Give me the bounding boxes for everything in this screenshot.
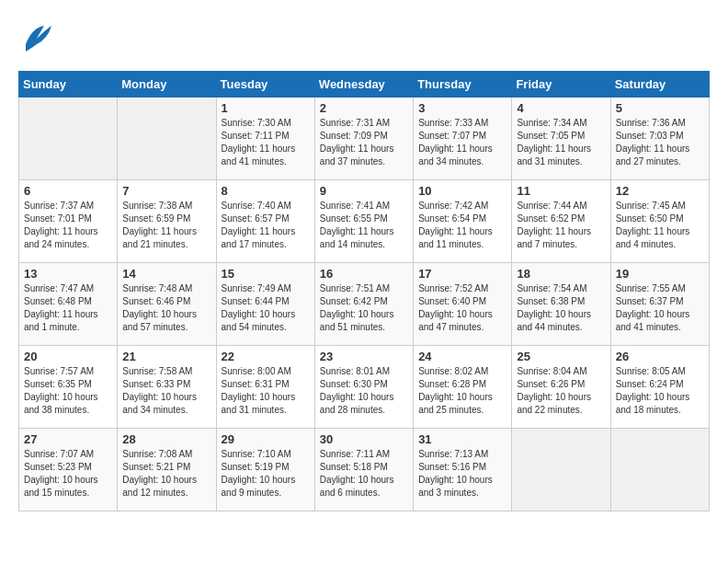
calendar-cell	[19, 98, 118, 180]
calendar-cell: 29Sunrise: 7:10 AM Sunset: 5:19 PM Dayli…	[216, 429, 314, 511]
day-info: Sunrise: 7:31 AM Sunset: 7:09 PM Dayligh…	[320, 117, 408, 168]
calendar-cell: 28Sunrise: 7:08 AM Sunset: 5:21 PM Dayli…	[118, 429, 216, 511]
day-info: Sunrise: 7:48 AM Sunset: 6:46 PM Dayligh…	[122, 282, 210, 334]
weekday-header-thursday: Thursday	[414, 72, 512, 98]
calendar-cell: 6Sunrise: 7:37 AM Sunset: 7:01 PM Daylig…	[19, 180, 118, 263]
day-info: Sunrise: 8:05 AM Sunset: 6:24 PM Dayligh…	[616, 365, 704, 417]
day-info: Sunrise: 7:13 AM Sunset: 5:16 PM Dayligh…	[418, 448, 506, 500]
day-info: Sunrise: 7:57 AM Sunset: 6:35 PM Dayligh…	[24, 365, 112, 417]
weekday-header-tuesday: Tuesday	[216, 72, 314, 98]
day-info: Sunrise: 7:41 AM Sunset: 6:55 PM Dayligh…	[320, 200, 408, 251]
calendar-cell: 14Sunrise: 7:48 AM Sunset: 6:46 PM Dayli…	[118, 263, 216, 346]
weekday-header-saturday: Saturday	[610, 72, 709, 98]
day-number: 30	[320, 432, 408, 446]
day-info: Sunrise: 7:45 AM Sunset: 6:50 PM Dayligh…	[616, 200, 704, 251]
calendar-cell: 10Sunrise: 7:42 AM Sunset: 6:54 PM Dayli…	[414, 180, 512, 263]
day-info: Sunrise: 7:49 AM Sunset: 6:44 PM Dayligh…	[222, 282, 310, 334]
day-number: 7	[122, 184, 210, 198]
day-number: 25	[517, 350, 605, 363]
calendar-cell: 5Sunrise: 7:36 AM Sunset: 7:03 PM Daylig…	[610, 98, 709, 180]
weekday-header-sunday: Sunday	[19, 72, 118, 98]
day-info: Sunrise: 7:08 AM Sunset: 5:21 PM Dayligh…	[122, 448, 210, 500]
day-info: Sunrise: 7:11 AM Sunset: 5:18 PM Dayligh…	[320, 448, 408, 500]
calendar-cell: 15Sunrise: 7:49 AM Sunset: 6:44 PM Dayli…	[216, 263, 314, 346]
day-number: 26	[616, 350, 704, 363]
day-number: 15	[222, 267, 310, 281]
weekday-header-monday: Monday	[118, 72, 216, 98]
day-info: Sunrise: 7:42 AM Sunset: 6:54 PM Dayligh…	[418, 200, 506, 251]
day-info: Sunrise: 7:38 AM Sunset: 6:59 PM Dayligh…	[122, 200, 210, 251]
day-info: Sunrise: 7:52 AM Sunset: 6:40 PM Dayligh…	[418, 282, 506, 334]
day-number: 22	[222, 350, 310, 363]
day-info: Sunrise: 7:34 AM Sunset: 7:05 PM Dayligh…	[517, 117, 605, 168]
day-info: Sunrise: 7:36 AM Sunset: 7:03 PM Dayligh…	[616, 117, 704, 168]
day-number: 12	[616, 184, 704, 198]
day-number: 8	[222, 184, 310, 198]
day-info: Sunrise: 8:02 AM Sunset: 6:28 PM Dayligh…	[418, 365, 506, 417]
logo	[18, 18, 61, 62]
page-header	[18, 18, 710, 62]
calendar-cell: 20Sunrise: 7:57 AM Sunset: 6:35 PM Dayli…	[19, 346, 118, 429]
day-number: 14	[122, 267, 210, 281]
calendar-cell: 27Sunrise: 7:07 AM Sunset: 5:23 PM Dayli…	[19, 429, 118, 511]
day-number: 17	[418, 267, 506, 281]
calendar-cell: 13Sunrise: 7:47 AM Sunset: 6:48 PM Dayli…	[19, 263, 118, 346]
day-number: 3	[418, 101, 506, 115]
day-info: Sunrise: 7:40 AM Sunset: 6:57 PM Dayligh…	[222, 200, 310, 251]
day-number: 19	[616, 267, 704, 281]
calendar-cell: 19Sunrise: 7:55 AM Sunset: 6:37 PM Dayli…	[610, 263, 709, 346]
calendar-cell: 23Sunrise: 8:01 AM Sunset: 6:30 PM Dayli…	[314, 346, 413, 429]
calendar-cell: 31Sunrise: 7:13 AM Sunset: 5:16 PM Dayli…	[414, 429, 512, 511]
calendar-cell: 18Sunrise: 7:54 AM Sunset: 6:38 PM Dayli…	[512, 263, 610, 346]
day-info: Sunrise: 7:51 AM Sunset: 6:42 PM Dayligh…	[320, 282, 408, 334]
calendar-cell: 3Sunrise: 7:33 AM Sunset: 7:07 PM Daylig…	[414, 98, 512, 180]
calendar-cell: 25Sunrise: 8:04 AM Sunset: 6:26 PM Dayli…	[512, 346, 610, 429]
day-info: Sunrise: 7:33 AM Sunset: 7:07 PM Dayligh…	[418, 117, 506, 168]
calendar-cell: 21Sunrise: 7:58 AM Sunset: 6:33 PM Dayli…	[118, 346, 216, 429]
day-number: 2	[320, 101, 408, 115]
calendar-cell: 7Sunrise: 7:38 AM Sunset: 6:59 PM Daylig…	[118, 180, 216, 263]
calendar-cell	[512, 429, 610, 511]
calendar-table: SundayMondayTuesdayWednesdayThursdayFrid…	[18, 71, 710, 511]
calendar-cell: 1Sunrise: 7:30 AM Sunset: 7:11 PM Daylig…	[216, 98, 314, 180]
calendar-cell: 26Sunrise: 8:05 AM Sunset: 6:24 PM Dayli…	[610, 346, 709, 429]
weekday-header-friday: Friday	[512, 72, 610, 98]
calendar-cell	[610, 429, 709, 511]
weekday-header-wednesday: Wednesday	[314, 72, 413, 98]
calendar-cell: 4Sunrise: 7:34 AM Sunset: 7:05 PM Daylig…	[512, 98, 610, 180]
day-number: 5	[616, 101, 704, 115]
calendar-cell: 30Sunrise: 7:11 AM Sunset: 5:18 PM Dayli…	[314, 429, 413, 511]
calendar-cell: 16Sunrise: 7:51 AM Sunset: 6:42 PM Dayli…	[314, 263, 413, 346]
day-number: 31	[418, 432, 506, 446]
day-number: 1	[222, 101, 310, 115]
calendar-cell: 9Sunrise: 7:41 AM Sunset: 6:55 PM Daylig…	[314, 180, 413, 263]
day-number: 20	[24, 350, 112, 363]
day-info: Sunrise: 8:00 AM Sunset: 6:31 PM Dayligh…	[222, 365, 310, 417]
day-number: 21	[122, 350, 210, 363]
calendar-cell: 17Sunrise: 7:52 AM Sunset: 6:40 PM Dayli…	[414, 263, 512, 346]
day-number: 24	[418, 350, 506, 363]
day-number: 29	[222, 432, 310, 446]
day-number: 23	[320, 350, 408, 363]
day-info: Sunrise: 7:30 AM Sunset: 7:11 PM Dayligh…	[222, 117, 310, 168]
calendar-cell: 2Sunrise: 7:31 AM Sunset: 7:09 PM Daylig…	[314, 98, 413, 180]
day-info: Sunrise: 8:04 AM Sunset: 6:26 PM Dayligh…	[517, 365, 605, 417]
day-number: 28	[122, 432, 210, 446]
calendar-cell: 22Sunrise: 8:00 AM Sunset: 6:31 PM Dayli…	[216, 346, 314, 429]
day-info: Sunrise: 7:54 AM Sunset: 6:38 PM Dayligh…	[517, 282, 605, 334]
calendar-cell: 11Sunrise: 7:44 AM Sunset: 6:52 PM Dayli…	[512, 180, 610, 263]
day-number: 18	[517, 267, 605, 281]
day-number: 16	[320, 267, 408, 281]
day-number: 9	[320, 184, 408, 198]
day-number: 27	[24, 432, 112, 446]
calendar-cell: 8Sunrise: 7:40 AM Sunset: 6:57 PM Daylig…	[216, 180, 314, 263]
day-info: Sunrise: 7:55 AM Sunset: 6:37 PM Dayligh…	[616, 282, 704, 334]
day-info: Sunrise: 7:37 AM Sunset: 7:01 PM Dayligh…	[24, 200, 112, 251]
logo-icon	[18, 18, 55, 62]
day-number: 4	[517, 101, 605, 115]
calendar-cell: 12Sunrise: 7:45 AM Sunset: 6:50 PM Dayli…	[610, 180, 709, 263]
calendar-cell	[118, 98, 216, 180]
day-info: Sunrise: 7:47 AM Sunset: 6:48 PM Dayligh…	[24, 282, 112, 334]
day-number: 10	[418, 184, 506, 198]
day-info: Sunrise: 7:58 AM Sunset: 6:33 PM Dayligh…	[122, 365, 210, 417]
